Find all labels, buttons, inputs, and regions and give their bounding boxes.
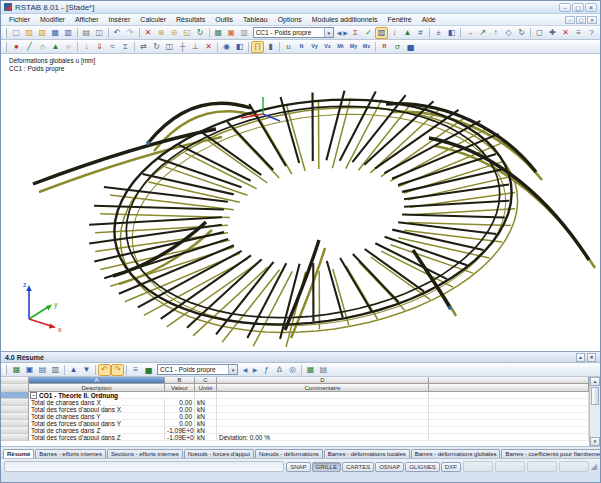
scrollbar-thumb[interactable] — [591, 387, 599, 405]
shear-Vz-icon[interactable]: Vz — [321, 41, 334, 53]
scroll-up-button[interactable]: ▲ — [590, 377, 600, 386]
options-icon[interactable]: ≡ — [572, 27, 585, 39]
table-row[interactable]: Total de charges dans Y 0.00 kN — [1, 413, 589, 420]
move-copy-icon[interactable]: ⇄ — [137, 41, 150, 53]
delete-object-icon[interactable]: ✕ — [202, 41, 215, 53]
load-case-select[interactable]: CC1 - Poids propre ▾ — [253, 27, 334, 38]
tables-icon[interactable]: ▦ — [212, 27, 225, 39]
toolbar-separator[interactable] — [530, 28, 531, 38]
new-support-icon[interactable]: ▲ — [49, 41, 62, 53]
delete-results-icon[interactable]: ✕ — [142, 27, 155, 39]
toggle-snap[interactable]: SNAP — [286, 462, 310, 472]
column-header-d[interactable]: D — [217, 377, 429, 384]
tab-barres-deformations-locales[interactable]: Barres - déformations locales — [324, 449, 410, 458]
tab-resume[interactable]: Résumé — [3, 449, 34, 458]
toggle-dxf[interactable]: DXF — [441, 462, 461, 472]
export-icon[interactable]: ▦ — [304, 364, 317, 376]
menu-item[interactable]: Afficher — [70, 16, 104, 23]
check-data-icon[interactable]: ✓ — [362, 27, 375, 39]
table-print-icon[interactable]: ▥ — [49, 364, 62, 376]
table-row[interactable]: Total des forces d'appui dans Y 0.00 kN — [1, 420, 589, 427]
scroll-first-icon[interactable]: ▲ — [67, 364, 80, 376]
clipboard-icon[interactable]: ▥ — [238, 27, 251, 39]
stresses-icon[interactable]: σ — [391, 41, 404, 53]
member-load-icon[interactable]: ⇓ — [93, 41, 106, 53]
panel-previous-load-case-button[interactable]: ◀ — [240, 364, 250, 376]
toggle-glignes[interactable]: GLIGNES — [405, 462, 440, 472]
deformation-u-icon[interactable]: u — [282, 41, 295, 53]
column-header-b[interactable]: B — [165, 377, 195, 384]
menu-item[interactable]: Tableau — [238, 16, 273, 23]
zoom-in-icon[interactable]: ⊕ — [155, 27, 168, 39]
toolbar-grip[interactable] — [4, 365, 7, 375]
moment-Mz-icon[interactable]: Mz — [360, 41, 373, 53]
view-y-icon[interactable]: ↗ — [476, 27, 489, 39]
table-row[interactable]: Total des forces d'appui dans X 0.00 kN — [1, 406, 589, 413]
menu-item[interactable]: Aide — [417, 16, 441, 23]
mirror-icon[interactable]: ◫ — [163, 41, 176, 53]
scroll-down-button[interactable]: ▼ — [590, 437, 600, 446]
tab-barres-coefficients-flambement[interactable]: Barres - coefficients pour flambement — [501, 449, 600, 458]
copy-table-icon[interactable]: ▣ — [23, 364, 36, 376]
rotate-copy-icon[interactable]: ↻ — [150, 41, 163, 53]
divide-member-icon[interactable]: ┼ — [176, 41, 189, 53]
nodal-load-icon[interactable]: ↓ — [80, 41, 93, 53]
undo-icon[interactable]: ↶ — [111, 27, 124, 39]
model-viewport[interactable]: Déformations globales u [mm] CC1 : Poids… — [1, 54, 600, 352]
show-numbering-icon[interactable]: # — [414, 27, 427, 39]
panel-pin-button[interactable]: ▴ — [576, 353, 585, 362]
mdi-restore-button[interactable]: ▢ — [576, 16, 586, 24]
view-x-icon[interactable]: → — [463, 27, 476, 39]
toolbar-separator[interactable] — [460, 28, 461, 38]
details-icon[interactable]: ∆ — [273, 364, 286, 376]
tab-barres-efforts-internes[interactable]: Barres - efforts internes — [35, 449, 106, 458]
column-header-a[interactable]: A — [29, 377, 165, 384]
print-preview-icon[interactable]: ◫ — [93, 27, 106, 39]
tab-noeuds-deformations[interactable]: Nœuds - déformations — [255, 449, 323, 458]
toolbar-separator[interactable] — [279, 42, 280, 52]
corner-cell[interactable] — [1, 377, 29, 384]
view-z-icon[interactable]: ↑ — [489, 27, 502, 39]
toolbar-separator[interactable] — [248, 42, 249, 52]
connect-members-icon[interactable]: ⊥ — [189, 41, 202, 53]
toolbar-grip[interactable] — [4, 42, 7, 52]
toolbar-separator[interactable] — [375, 42, 376, 52]
save-icon[interactable]: ▦ — [49, 27, 62, 39]
visibility-icon[interactable]: ◉ — [220, 41, 233, 53]
toolbar-separator[interactable] — [77, 28, 78, 38]
scroll-last-icon[interactable]: ▼ — [80, 364, 93, 376]
column-header-c[interactable]: C — [195, 377, 217, 384]
rows-mode-icon[interactable]: ≡ — [129, 364, 142, 376]
solid-mode-icon[interactable]: ▮ — [264, 41, 277, 53]
partial-view-icon[interactable]: ◧ — [233, 41, 246, 53]
reactions-icon[interactable]: R — [378, 41, 391, 53]
table-row[interactable]: Total des forces d'appui dans Z -1.09E+0… — [1, 434, 589, 441]
column-header-e[interactable] — [429, 377, 589, 384]
menu-item[interactable]: Fenêtre — [383, 16, 417, 23]
delete-icon[interactable]: ✕ — [559, 27, 572, 39]
show-loads-icon[interactable]: ↓ — [388, 27, 401, 39]
axial-force-N-icon[interactable]: N — [295, 41, 308, 53]
toolbar-separator[interactable] — [64, 365, 65, 375]
resize-grip[interactable]: ◢ — [591, 463, 597, 471]
menu-item[interactable]: Insérer — [104, 16, 136, 23]
diagram-mode-icon[interactable]: ▅ — [142, 364, 155, 376]
toggle-grille[interactable]: GRILLE — [312, 462, 341, 472]
refresh-view-icon[interactable]: ↻ — [194, 27, 207, 39]
new-arc-member-icon[interactable]: ∩ — [36, 41, 49, 53]
menu-item[interactable]: Résultats — [171, 16, 210, 23]
toolbar-separator[interactable] — [217, 42, 218, 52]
filter-results-icon[interactable]: ƒ — [260, 364, 273, 376]
menu-item[interactable]: Modules additionnels — [307, 16, 383, 23]
moment-My-icon[interactable]: My — [347, 41, 360, 53]
menu-item[interactable]: Modifier — [35, 16, 70, 23]
tab-noeuds-forces-appui[interactable]: Nœuds - forces d'appui — [184, 449, 254, 458]
panel-load-case-select[interactable]: CC1 - Poids propre ▾ — [157, 364, 238, 375]
toggle-cartes[interactable]: CARTES — [342, 462, 374, 472]
wireframe-mode-icon[interactable]: ∏ — [251, 41, 264, 53]
new-window-icon[interactable]: ▣ — [225, 27, 238, 39]
toolbar-separator[interactable] — [95, 365, 96, 375]
toolbar-separator[interactable] — [134, 42, 135, 52]
open-file-icon[interactable]: ▨ — [23, 27, 36, 39]
save-all-icon[interactable]: ▥ — [62, 27, 75, 39]
